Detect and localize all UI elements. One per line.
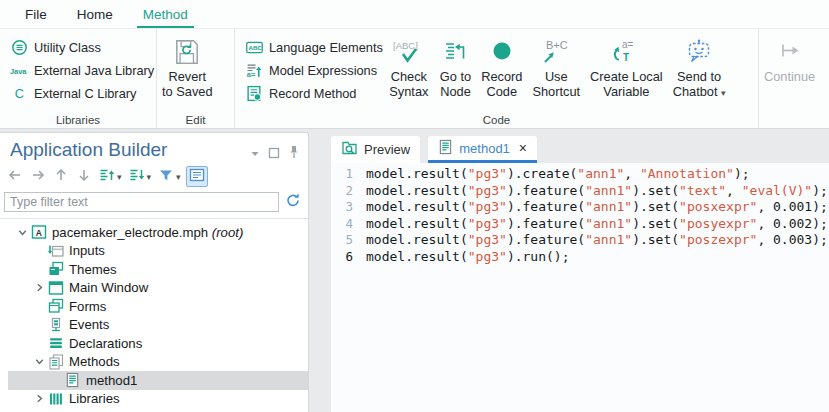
show-windows-icon: [189, 167, 205, 187]
methods-icon: [48, 354, 65, 370]
menu-tab-method[interactable]: Method: [128, 0, 203, 28]
code-line[interactable]: 4model.result("pg3").feature("ann1").set…: [331, 216, 829, 233]
inputs-icon: [48, 243, 65, 259]
tree-item-inputs[interactable]: Inputs: [8, 242, 308, 261]
language-elements-icon: ABC: [245, 39, 263, 56]
editor-tab-preview[interactable]: Preview: [331, 136, 420, 163]
check-syntax-icon: [ABC]: [388, 37, 430, 67]
tree-item-declarations[interactable]: Declarations: [8, 334, 308, 353]
toolbar-button-move-node-down-icon[interactable]: ▾: [127, 166, 154, 187]
code-line[interactable]: 3model.result("pg3").feature("ann1").set…: [331, 199, 829, 216]
method-code-editor[interactable]: 1model.result("pg3").create("ann1", "Ann…: [331, 163, 829, 412]
ribbon-item-model-expressions[interactable]: a=Model Expressions: [245, 59, 383, 82]
ribbon-button-revert-to-saved[interactable]: Revertto Saved: [157, 29, 218, 99]
ribbon-button-record-code[interactable]: RecordCode: [476, 29, 527, 99]
code-line[interactable]: 6model.result("pg3").run();: [331, 249, 829, 266]
editor-tab-label: Preview: [364, 142, 410, 157]
use-shortcut-icon: B+C: [538, 37, 574, 67]
down-arrow-icon: [76, 167, 92, 187]
ribbon-item-label: Utility Class: [34, 40, 101, 55]
svg-text:A: A: [36, 228, 42, 238]
ribbon-item-record-method[interactable]: Record Method: [245, 82, 383, 105]
menu-tab-file[interactable]: File: [10, 0, 62, 28]
line-number: 5: [331, 232, 353, 249]
tree-item-label: Methods: [69, 354, 120, 369]
toolbar-button-show-windows-icon[interactable]: [186, 166, 208, 187]
toolbar-button-down-arrow-icon[interactable]: [74, 166, 94, 187]
ribbon-button-use-shortcut[interactable]: B+CUseShortcut: [527, 29, 585, 99]
collapse-chevron-icon[interactable]: [250, 145, 260, 163]
ribbon-item-label: Language Elements: [269, 40, 383, 55]
chevron-down-icon[interactable]: [31, 356, 48, 367]
panel-header: Application Builder: [0, 133, 308, 161]
svg-text:a=: a=: [246, 70, 255, 79]
ribbon-item-language-elements[interactable]: ABCLanguage Elements: [245, 36, 383, 59]
code-line[interactable]: 5model.result("pg3").feature("ann1").set…: [331, 232, 829, 249]
method-doc-icon: [65, 372, 82, 388]
tree-item-label: Declarations: [69, 336, 142, 351]
filter-row: [0, 190, 308, 218]
tree-item-events[interactable]: Events: [8, 316, 308, 335]
ribbon-button-create-local-variable[interactable]: a=TCreate LocalVariable: [585, 29, 668, 99]
code-line[interactable]: 2model.result("pg3").feature("ann1").set…: [331, 183, 829, 200]
ribbon-button-label: Create LocalVariable: [590, 69, 663, 99]
ribbon-item-external-java-library[interactable]: JavaExternal Java Library: [10, 59, 154, 82]
tree-item-main-window[interactable]: Main Window: [8, 279, 308, 298]
chevron-down-icon[interactable]: [14, 227, 31, 238]
chevron-right-icon[interactable]: [31, 282, 48, 293]
revert-icon: [172, 37, 202, 67]
ribbon-button-go-to-node[interactable]: Go toNode: [435, 29, 476, 99]
ribbon-item-external-c-library[interactable]: CExternal C Library: [10, 82, 154, 105]
tree-item-themes[interactable]: Themes: [8, 260, 308, 279]
application-builder-panel: Application Builder ▾▾▾ Apacemaker_elect…: [0, 132, 309, 412]
tree-item-libraries[interactable]: Libraries: [8, 390, 308, 409]
svg-text:Java: Java: [10, 67, 27, 76]
events-icon: [48, 317, 65, 333]
filter-funnel-icon: [158, 167, 174, 187]
ribbon-button-send-to-chatbot[interactable]: Send toChatbot ▾: [668, 29, 731, 101]
ribbon-item-label: Record Method: [269, 86, 357, 101]
tree-item-methods[interactable]: Methods: [8, 353, 308, 372]
float-window-icon[interactable]: [268, 145, 280, 163]
tree-item-label: method1: [86, 373, 137, 388]
toolbar-button-up-arrow-icon[interactable]: [51, 166, 71, 187]
toolbar-button-move-node-up-icon[interactable]: ▾: [97, 166, 124, 187]
code-text: model.result("pg3").feature("ann1").set(…: [366, 232, 828, 249]
move-node-up-icon: [99, 167, 115, 187]
ribbon-group-libraries: Utility ClassJavaExternal Java LibraryCE…: [0, 29, 157, 128]
toolbar-button-filter-funnel-icon[interactable]: ▾: [156, 166, 183, 187]
application-tree: Apacemaker_electrode.mph (root)InputsThe…: [0, 218, 308, 408]
up-arrow-icon: [53, 167, 69, 187]
line-number: 3: [331, 199, 353, 216]
preview-icon: [341, 140, 358, 159]
ribbon-button-check-syntax[interactable]: [ABC]CheckSyntax: [383, 29, 435, 99]
main-window-icon: [48, 280, 65, 296]
ribbon-button-continue[interactable]: Continue: [759, 29, 820, 84]
themes-icon: [48, 261, 65, 277]
toolbar-button-forward-arrow-icon[interactable]: [28, 166, 48, 187]
svg-text:a=: a=: [622, 39, 634, 50]
model-expressions-icon: a=: [245, 62, 263, 79]
ribbon-item-utility-class[interactable]: Utility Class: [10, 36, 154, 59]
svg-text:ABC: ABC: [248, 44, 262, 51]
filter-input[interactable]: [4, 192, 279, 212]
tree-item-forms[interactable]: Forms: [8, 297, 308, 316]
menu-tab-home[interactable]: Home: [62, 0, 128, 28]
pin-icon[interactable]: [288, 145, 300, 163]
code-line[interactable]: 1model.result("pg3").create("ann1", "Ann…: [331, 166, 829, 183]
move-node-down-icon: [129, 167, 145, 187]
close-icon[interactable]: ×: [519, 141, 527, 155]
ribbon-button-label: CheckSyntax: [389, 69, 428, 99]
editor-tab-label: method1: [459, 141, 510, 156]
tree-item-pacemaker-electrode-mph[interactable]: Apacemaker_electrode.mph (root): [8, 223, 308, 242]
tree-item-method1[interactable]: method1: [8, 371, 308, 390]
utility-class-icon: [10, 39, 28, 56]
svg-text:[ABC]: [ABC]: [393, 40, 418, 51]
svg-text:T: T: [623, 51, 629, 62]
editor-tab-method1[interactable]: method1×: [428, 136, 537, 163]
record-method-icon: [245, 85, 263, 102]
ribbon-group-edit: Revertto SavedEdit: [157, 29, 235, 128]
toolbar-button-back-arrow-icon[interactable]: [5, 166, 25, 187]
chevron-right-icon[interactable]: [31, 393, 48, 404]
refresh-icon[interactable]: [285, 192, 301, 212]
